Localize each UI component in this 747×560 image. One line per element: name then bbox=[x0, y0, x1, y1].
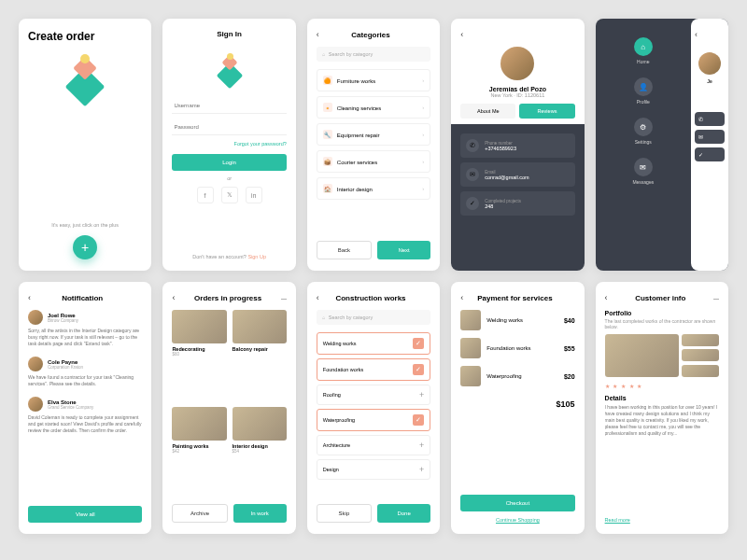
password-field[interactable] bbox=[172, 119, 286, 135]
chevron-right-icon: › bbox=[422, 186, 424, 191]
work-item[interactable]: Waterproofing✓ bbox=[317, 409, 430, 431]
categories-screen: ‹Categories ⌕Search by category 🟠Furnitu… bbox=[307, 19, 440, 271]
work-item[interactable]: Welding works✓ bbox=[317, 332, 430, 355]
continue-link[interactable]: Continue Shopping bbox=[496, 517, 540, 523]
twitter-icon[interactable]: 𝕏 bbox=[221, 187, 238, 203]
create-order-screen: Create order It's easy, just click on th… bbox=[19, 19, 151, 271]
facebook-icon[interactable]: f bbox=[197, 187, 214, 203]
notification-item[interactable]: Joel RoweBitrow CompanySorry, all the ar… bbox=[28, 310, 142, 347]
plus-icon: + bbox=[419, 465, 424, 474]
orders-screen: ‹Orders in progress⋯ Redecorating$60Balc… bbox=[162, 282, 295, 534]
notification-screen: ‹Notification Joel RoweBitrow CompanySor… bbox=[19, 282, 151, 534]
inwork-button[interactable]: In work bbox=[233, 504, 287, 523]
check-icon: ✓ bbox=[466, 197, 479, 210]
checkout-button[interactable]: Checkout bbox=[460, 495, 574, 511]
title: Create order bbox=[28, 30, 142, 43]
menu-icon[interactable]: ⋯ bbox=[281, 295, 287, 301]
back-icon[interactable]: ‹ bbox=[460, 30, 463, 39]
or-label: or bbox=[172, 175, 286, 181]
nav-item-settings[interactable]: ⚙Settings bbox=[634, 118, 653, 145]
category-item[interactable]: 📦Courier services› bbox=[317, 150, 430, 173]
login-button[interactable]: Login bbox=[172, 154, 286, 171]
phone-card[interactable]: ✆Phone number+3746589923 bbox=[460, 133, 574, 158]
signup-link[interactable]: Sign Up bbox=[247, 254, 266, 259]
order-card[interactable]: Redecorating$60 bbox=[172, 310, 226, 396]
category-item[interactable]: 🔧Equipment repair› bbox=[317, 123, 430, 146]
check-icon: ✓ bbox=[698, 151, 703, 158]
payment-screen: ‹Payment for services Welding works$40Fo… bbox=[451, 282, 584, 534]
chevron-right-icon: › bbox=[422, 132, 424, 137]
avatar bbox=[28, 310, 43, 325]
payment-item: Foundation works$55 bbox=[460, 338, 574, 358]
portfolio-heading: Portfolio bbox=[605, 310, 719, 316]
phone-icon: ✆ bbox=[698, 116, 703, 122]
archive-button[interactable]: Archive bbox=[172, 504, 227, 523]
avatar bbox=[698, 52, 721, 75]
next-button[interactable]: Next bbox=[377, 241, 430, 259]
avatar bbox=[28, 397, 43, 412]
search-icon: ⌕ bbox=[322, 51, 325, 57]
category-item[interactable]: 🏠Interior design› bbox=[317, 177, 430, 200]
nav-item-profile[interactable]: 👤Profile bbox=[634, 77, 653, 105]
user-name: Jeremías del Pozo bbox=[460, 86, 574, 92]
nav-item-home[interactable]: ⌂Home bbox=[634, 37, 653, 64]
subtitle: It's easy, just click on the plus bbox=[28, 222, 142, 228]
add-button[interactable]: + bbox=[73, 235, 97, 259]
category-item[interactable]: 🔸Cleaning services› bbox=[317, 96, 430, 119]
work-item[interactable]: Foundation works✓ bbox=[317, 358, 430, 381]
avatar bbox=[28, 357, 43, 371]
email-icon: ✉ bbox=[466, 168, 479, 181]
payment-item: Welding works$40 bbox=[460, 310, 574, 330]
skip-button[interactable]: Skip bbox=[317, 504, 372, 523]
work-item[interactable]: Roofing+ bbox=[317, 385, 430, 405]
search-input[interactable]: ⌕Search by category bbox=[317, 47, 430, 62]
email-icon: ✉ bbox=[698, 133, 703, 140]
title: Sign In bbox=[172, 30, 286, 38]
notification-item[interactable]: Cole PayneCorporation KratonWe have foun… bbox=[28, 357, 142, 387]
plus-icon: + bbox=[419, 441, 424, 450]
order-card[interactable]: Interior design$54 bbox=[233, 407, 287, 493]
back-icon[interactable]: ‹ bbox=[695, 30, 698, 39]
category-item[interactable]: 🟠Furniture works› bbox=[317, 69, 430, 91]
search-icon: ⌕ bbox=[322, 315, 325, 320]
customer-info-screen: ‹Customer info⋯ Portfolio The last compl… bbox=[596, 282, 728, 534]
email-card[interactable]: ✉Emailconrad@gmail.com bbox=[460, 162, 574, 187]
hero-illustration bbox=[57, 54, 113, 110]
username-field[interactable] bbox=[172, 98, 286, 114]
notification-item[interactable]: Elva StoneGrand Service CompanyDavid Col… bbox=[28, 397, 142, 434]
work-item[interactable]: Design+ bbox=[317, 459, 430, 480]
chevron-right-icon: › bbox=[422, 105, 424, 110]
linkedin-icon[interactable]: in bbox=[246, 187, 262, 203]
check-icon: ✓ bbox=[413, 338, 424, 349]
menu-icon[interactable]: ⋯ bbox=[713, 295, 719, 301]
avatar bbox=[500, 47, 534, 80]
total-amount: $105 bbox=[460, 399, 574, 409]
gallery bbox=[605, 334, 719, 377]
phone-icon: ✆ bbox=[466, 139, 479, 152]
chevron-right-icon: › bbox=[422, 77, 424, 83]
check-icon: ✓ bbox=[413, 414, 424, 426]
tab-about[interactable]: About Me bbox=[460, 104, 515, 119]
done-button[interactable]: Done bbox=[377, 504, 430, 523]
profile-screen: ‹ Jeremías del Pozo New York · ID: 11206… bbox=[451, 19, 584, 271]
search-input[interactable]: ⌕Search by category bbox=[317, 310, 430, 325]
logo-illustration bbox=[211, 53, 248, 91]
construction-screen: ‹Construction works ⌕Search by category … bbox=[307, 282, 440, 534]
order-card[interactable]: Painting works$42 bbox=[172, 407, 226, 493]
back-button[interactable]: Back bbox=[317, 241, 372, 259]
user-location: New York · ID: 1120611 bbox=[460, 92, 574, 98]
work-item[interactable]: Architecture+ bbox=[317, 435, 430, 455]
gallery-main[interactable] bbox=[605, 334, 680, 377]
check-icon: ✓ bbox=[413, 364, 424, 375]
read-more-link[interactable]: Read more bbox=[605, 517, 719, 523]
details-heading: Details bbox=[605, 395, 719, 401]
nav-drawer-screen: ⌂Home👤Profile⚙Settings✉Messages ‹ Je ✆ ✉… bbox=[596, 19, 728, 271]
nav-item-messages[interactable]: ✉Messages bbox=[632, 158, 654, 185]
view-all-button[interactable]: View all bbox=[28, 506, 142, 523]
plus-icon: + bbox=[419, 390, 424, 399]
tab-reviews[interactable]: Reviews bbox=[519, 104, 574, 119]
forgot-link[interactable]: Forgot your password? bbox=[234, 141, 287, 147]
payment-item: Waterproofing$20 bbox=[460, 366, 574, 386]
order-card[interactable]: Balcony repair bbox=[233, 310, 287, 396]
sign-in-screen: Sign In Forgot your password? Login or f… bbox=[162, 19, 295, 271]
